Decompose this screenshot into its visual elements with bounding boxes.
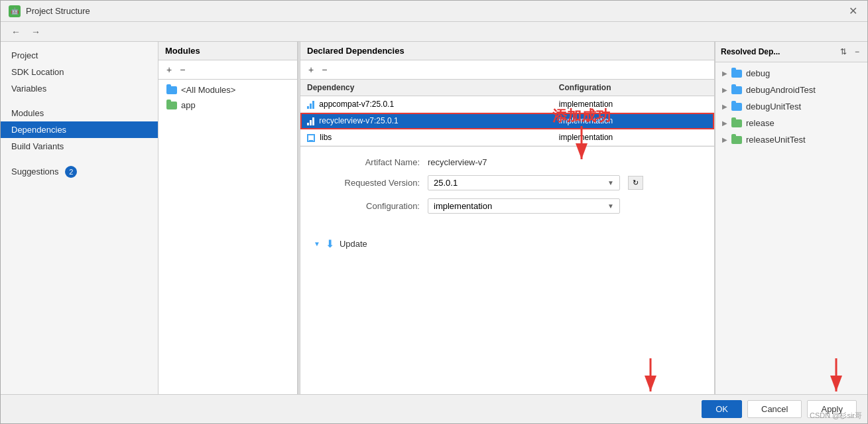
resolved-settings-button[interactable]: ⇅ xyxy=(837,46,849,58)
resolved-list: ▶ debug ▶ debugAndroidTest ▶ debugUnitTe… xyxy=(715,62,867,384)
suggestions-badge: 2 xyxy=(65,166,77,178)
folder-icon-all xyxy=(166,86,177,94)
folder-icon-releaseunit xyxy=(731,136,742,144)
detail-section: Artifact Name: recyclerview-v7 Requested… xyxy=(300,146,714,232)
dep-recyclerview: recyclerview-v7:25.0.1 xyxy=(300,113,552,129)
footer: CSDN @杉sir哥 OK Cancel Apply xyxy=(1,394,867,423)
config-row: Configuration: implementation ▼ xyxy=(314,198,701,214)
table-row[interactable]: recyclerview-v7:25.0.1 implementation xyxy=(300,113,714,129)
folder-icon-debugunit xyxy=(731,103,742,111)
collapse-arrow-icon[interactable]: ▼ xyxy=(314,240,320,247)
download-icon: ⬇ xyxy=(326,238,334,250)
apply-arrow-footer xyxy=(823,358,849,398)
dep-libs-config: implementation xyxy=(552,129,714,146)
list-item[interactable]: ▶ debugUnitTest xyxy=(715,98,867,115)
bar-chart-icon-recycler xyxy=(307,117,314,125)
chevron-right-icon: ▶ xyxy=(722,119,727,127)
cancel-button[interactable]: Cancel xyxy=(747,400,802,418)
update-label[interactable]: Update xyxy=(340,239,367,249)
sidebar-item-modules[interactable]: Modules xyxy=(1,105,158,121)
module-list: <All Modules> app xyxy=(158,80,297,394)
libs-icon xyxy=(307,134,315,142)
version-row: Requested Version: 25.0.1 ▼ ↻ xyxy=(314,175,701,190)
list-item[interactable]: ▶ debug xyxy=(715,65,867,82)
version-label: Requested Version: xyxy=(314,178,420,188)
nav-toolbar: ← → xyxy=(1,22,867,42)
folder-icon-debugandroid xyxy=(731,86,742,94)
module-item-app[interactable]: app xyxy=(158,98,297,113)
dep-libs: libs xyxy=(300,129,552,146)
list-item[interactable]: ▶ release xyxy=(715,115,867,131)
artifact-label: Artifact Name: xyxy=(314,157,420,167)
artifact-value: recyclerview-v7 xyxy=(428,157,487,167)
dep-add-button[interactable]: + xyxy=(306,63,316,76)
dep-content-area: Dependency Configuration appcompat-v7:25… xyxy=(300,80,714,394)
close-button[interactable]: ✕ xyxy=(846,5,859,18)
config-select[interactable]: implementation ▼ xyxy=(428,198,620,214)
ok-button[interactable]: OK xyxy=(702,400,742,418)
sidebar: Project SDK Location Variables Modules D… xyxy=(1,42,158,394)
main-content: Project SDK Location Variables Modules D… xyxy=(1,42,867,394)
sidebar-item-sdk[interactable]: SDK Location xyxy=(1,64,158,80)
sidebar-item-suggestions[interactable]: Suggestions 2 xyxy=(1,163,158,181)
folder-icon-debug xyxy=(731,70,742,78)
modules-remove-button[interactable]: − xyxy=(177,63,188,76)
resolved-panel: Resolved Dep... ⇅ − ▶ debug ▶ debugAndro… xyxy=(715,42,867,394)
project-structure-window: 🤖 Project Structure ✕ ← → Project SDK Lo… xyxy=(0,0,868,424)
table-row[interactable]: libs implementation xyxy=(300,129,714,146)
folder-icon-release xyxy=(731,119,742,127)
dep-table: Dependency Configuration appcompat-v7:25… xyxy=(300,80,714,146)
dep-col-dependency: Dependency xyxy=(300,80,552,96)
module-item-all[interactable]: <All Modules> xyxy=(158,82,297,98)
app-icon: 🤖 xyxy=(9,5,21,17)
watermark: CSDN @杉sir哥 xyxy=(810,411,862,421)
folder-icon-app xyxy=(166,102,177,109)
modules-panel-toolbar: + − xyxy=(158,60,297,80)
title-bar: 🤖 Project Structure ✕ xyxy=(1,1,867,22)
resolved-header: Resolved Dep... ⇅ − xyxy=(715,42,867,62)
dep-panel-header: Declared Dependencies xyxy=(300,42,714,60)
sync-button[interactable]: ↻ xyxy=(628,176,643,190)
window-title: Project Structure xyxy=(26,6,90,16)
sidebar-item-build-variants[interactable]: Build Variants xyxy=(1,138,158,155)
modules-add-button[interactable]: + xyxy=(164,63,174,76)
modules-panel: Modules + − <All Modules> app xyxy=(158,42,298,394)
chevron-right-icon: ▶ xyxy=(722,70,727,77)
version-select[interactable]: 25.0.1 ▼ xyxy=(428,175,620,190)
chevron-right-icon: ▶ xyxy=(722,103,727,110)
chevron-right-icon: ▶ xyxy=(722,86,727,94)
chevron-down-icon-config: ▼ xyxy=(607,202,614,210)
back-button[interactable]: ← xyxy=(9,25,23,38)
config-label: Configuration: xyxy=(314,201,420,211)
update-section: ▼ ⬇ Update xyxy=(300,232,714,255)
table-row[interactable]: appcompat-v7:25.0.1 implementation xyxy=(300,96,714,113)
list-item[interactable]: ▶ releaseUnitTest xyxy=(715,131,867,148)
list-item[interactable]: ▶ debugAndroidTest xyxy=(715,82,867,98)
sidebar-item-dependencies[interactable]: Dependencies xyxy=(1,121,158,138)
dep-panel-toolbar: + − xyxy=(300,60,714,80)
dep-remove-button[interactable]: − xyxy=(319,63,330,76)
dep-appcompat: appcompat-v7:25.0.1 xyxy=(300,96,552,113)
ok-arrow xyxy=(637,358,664,398)
modules-panel-header: Modules xyxy=(158,42,297,60)
forward-button[interactable]: → xyxy=(29,25,43,38)
sidebar-item-project[interactable]: Project xyxy=(1,47,158,64)
sidebar-item-variables[interactable]: Variables xyxy=(1,80,158,97)
artifact-row: Artifact Name: recyclerview-v7 xyxy=(314,157,701,167)
chevron-down-icon: ▼ xyxy=(607,179,614,186)
resolved-header-buttons: ⇅ − xyxy=(837,46,862,58)
chevron-right-icon: ▶ xyxy=(722,136,727,143)
dep-recyclerview-config: implementation xyxy=(552,113,714,129)
dep-col-config: Configuration xyxy=(552,80,714,96)
bar-chart-icon xyxy=(307,101,314,109)
resolved-minimize-button[interactable]: − xyxy=(852,46,862,58)
dep-appcompat-config: implementation xyxy=(552,96,714,113)
dep-panel: Declared Dependencies + − Dependency Con… xyxy=(300,42,715,394)
